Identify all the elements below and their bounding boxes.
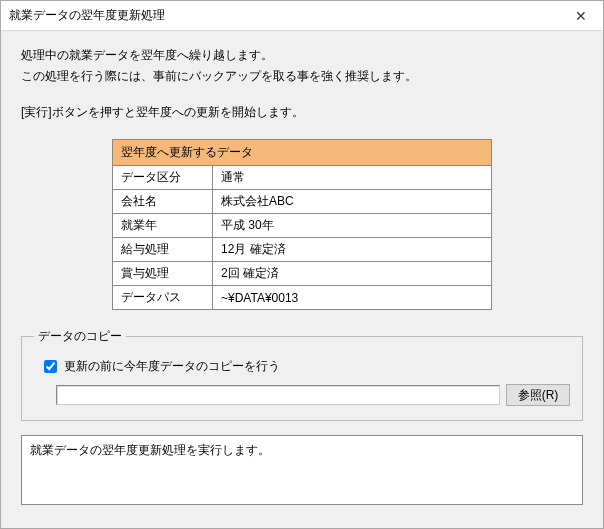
- table-row: 賞与処理 2回 確定済: [113, 262, 492, 286]
- table-row: 会社名 株式会社ABC: [113, 190, 492, 214]
- copy-legend: データのコピー: [34, 328, 126, 345]
- copy-checkbox[interactable]: [44, 360, 57, 373]
- copy-checkbox-row: 更新の前に今年度データのコピーを行う: [40, 357, 570, 376]
- browse-button[interactable]: 参照(R): [506, 384, 570, 406]
- titlebar: 就業データの翌年度更新処理 ✕: [1, 1, 603, 31]
- row-label: データ区分: [113, 166, 213, 190]
- message-line-2: この処理を行う際には、事前にバックアップを取る事を強く推奨します。: [21, 68, 583, 85]
- row-value: ~¥DATA¥0013: [213, 286, 492, 310]
- copy-path-input[interactable]: [56, 385, 500, 405]
- row-label: 賞与処理: [113, 262, 213, 286]
- message-line-1: 処理中の就業データを翌年度へ繰り越します。: [21, 47, 583, 64]
- data-table-wrap: 翌年度へ更新するデータ データ区分 通常 会社名 株式会社ABC 就業年 平成 …: [21, 139, 583, 310]
- update-data-table: 翌年度へ更新するデータ データ区分 通常 会社名 株式会社ABC 就業年 平成 …: [112, 139, 492, 310]
- table-row: 就業年 平成 30年: [113, 214, 492, 238]
- window-title: 就業データの翌年度更新処理: [9, 7, 558, 24]
- message-line-3: [実行]ボタンを押すと翌年度への更新を開始します。: [21, 104, 583, 121]
- footer: F1: 実行 キャンセル: [1, 521, 603, 529]
- row-value: 12月 確定済: [213, 238, 492, 262]
- row-value: 通常: [213, 166, 492, 190]
- copy-checkbox-label[interactable]: 更新の前に今年度データのコピーを行う: [40, 359, 280, 373]
- table-header: 翌年度へ更新するデータ: [113, 140, 492, 166]
- row-label: 会社名: [113, 190, 213, 214]
- dialog-window: 就業データの翌年度更新処理 ✕ 処理中の就業データを翌年度へ繰り越します。 この…: [0, 0, 604, 529]
- row-label: 就業年: [113, 214, 213, 238]
- table-row: データパス ~¥DATA¥0013: [113, 286, 492, 310]
- copy-checkbox-text: 更新の前に今年度データのコピーを行う: [64, 359, 280, 373]
- close-icon: ✕: [575, 8, 587, 24]
- row-label: 給与処理: [113, 238, 213, 262]
- status-box: 就業データの翌年度更新処理を実行します。: [21, 435, 583, 505]
- row-value: 株式会社ABC: [213, 190, 492, 214]
- row-value: 平成 30年: [213, 214, 492, 238]
- copy-fieldset: データのコピー 更新の前に今年度データのコピーを行う 参照(R): [21, 328, 583, 421]
- status-text: 就業データの翌年度更新処理を実行します。: [30, 443, 270, 457]
- content-area: 処理中の就業データを翌年度へ繰り越します。 この処理を行う際には、事前にバックア…: [1, 31, 603, 521]
- table-row: データ区分 通常: [113, 166, 492, 190]
- row-label: データパス: [113, 286, 213, 310]
- close-button[interactable]: ✕: [558, 1, 603, 30]
- copy-path-row: 参照(R): [34, 384, 570, 406]
- table-row: 給与処理 12月 確定済: [113, 238, 492, 262]
- row-value: 2回 確定済: [213, 262, 492, 286]
